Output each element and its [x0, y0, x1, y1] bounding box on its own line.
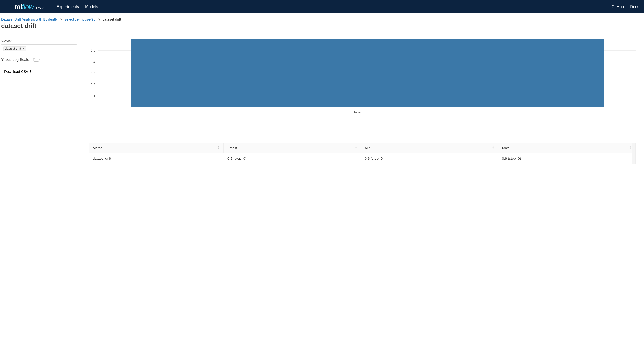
col-metric[interactable]: Metric▲▼	[89, 143, 224, 153]
chart-area: 0.10.20.30.40.5 dataset drift	[89, 39, 643, 112]
y-axis-ticks: 0.10.20.30.40.5	[89, 39, 97, 107]
nav-right: GitHub Docs	[611, 4, 639, 9]
y-tick-label: 0.4	[91, 60, 95, 64]
log-scale-toggle[interactable]	[33, 58, 40, 62]
sort-icon: ▲▼	[218, 146, 220, 149]
logo-version: 1.29.0	[36, 6, 44, 10]
page-title: dataset drift	[1, 22, 643, 29]
chevron-down-icon: ⌄	[72, 47, 74, 50]
y-tick-label: 0.5	[91, 48, 95, 52]
chevron-right-icon: ❯	[60, 18, 62, 21]
sort-icon: ▲▼	[492, 146, 494, 149]
download-csv-button[interactable]: Download CSV ⬇	[1, 67, 35, 75]
breadcrumb-run[interactable]: selective-mouse-95	[64, 17, 95, 21]
side-controls: Y-axis: dataset drift ✕ ⌄ Y-axis Log Sca…	[1, 39, 89, 112]
chart[interactable]: 0.10.20.30.40.5 dataset drift	[89, 39, 636, 112]
cell-metric: dataset drift	[89, 153, 224, 164]
nav-tabs: Experiments Models	[54, 0, 101, 13]
x-axis-label: dataset drift	[89, 110, 636, 114]
yaxis-label: Y-axis:	[1, 39, 89, 43]
breadcrumb-experiment[interactable]: Dataset Drift Analysis with Evidently	[1, 17, 58, 21]
y-tick-label: 0.1	[91, 94, 95, 98]
scrollbar[interactable]	[632, 143, 636, 164]
sort-icon: ▲▼	[630, 146, 632, 149]
tab-experiments[interactable]: Experiments	[54, 0, 82, 13]
content: Dataset Drift Analysis with Evidently ❯ …	[0, 13, 644, 171]
logo[interactable]: ml flow 1.29.0	[14, 3, 44, 11]
col-latest[interactable]: Latest▲▼	[224, 143, 361, 153]
metrics-table: Metric▲▼ Latest▲▼ Min▲▼ Max▲▼ dataset dr…	[89, 143, 636, 164]
breadcrumb-current: dataset drift	[102, 17, 121, 21]
tab-models[interactable]: Models	[82, 0, 101, 13]
table-row[interactable]: dataset drift 0.6 (step=0) 0.6 (step=0) …	[89, 153, 636, 164]
logo-text-ml: ml	[14, 3, 22, 11]
cell-min: 0.6 (step=0)	[361, 153, 498, 164]
download-icon: ⬇	[29, 69, 32, 73]
log-scale-label: Y-axis Log Scale:	[1, 58, 30, 62]
yaxis-tag-text: dataset drift	[5, 47, 21, 50]
link-github[interactable]: GitHub	[611, 4, 624, 9]
link-docs[interactable]: Docs	[630, 4, 639, 9]
y-tick-label: 0.2	[91, 83, 95, 86]
cell-max: 0.6 (step=0)	[498, 153, 636, 164]
chevron-right-icon: ❯	[98, 18, 100, 21]
logo-text-flow: flow	[22, 3, 34, 11]
cell-latest: 0.6 (step=0)	[224, 153, 361, 164]
y-tick-label: 0.3	[91, 71, 95, 75]
plot-area	[98, 39, 636, 107]
close-icon[interactable]: ✕	[22, 47, 24, 50]
sort-icon: ▲▼	[355, 146, 357, 149]
download-csv-label: Download CSV	[4, 69, 28, 73]
navbar: ml flow 1.29.0 Experiments Models GitHub…	[0, 0, 644, 13]
col-min[interactable]: Min▲▼	[361, 143, 498, 153]
yaxis-tag: dataset drift ✕	[3, 46, 26, 51]
breadcrumb: Dataset Drift Analysis with Evidently ❯ …	[1, 17, 643, 21]
yaxis-select[interactable]: dataset drift ✕ ⌄	[1, 44, 77, 52]
col-max[interactable]: Max▲▼	[498, 143, 636, 153]
chart-bar[interactable]	[130, 39, 603, 107]
